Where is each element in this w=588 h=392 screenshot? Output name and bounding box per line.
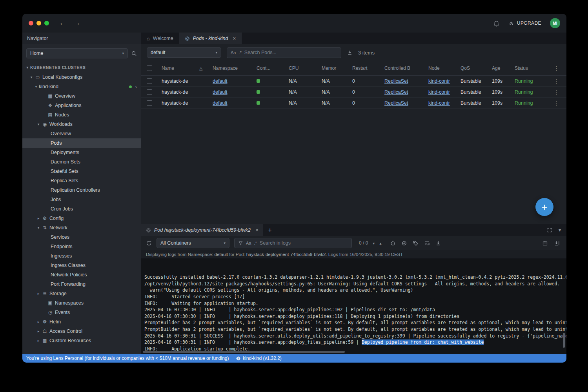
pods-search[interactable]: Aa .* [227, 47, 341, 58]
row-menu-icon[interactable]: ⋮ [553, 78, 560, 84]
sidebar-item-local-kubeconfigs[interactable]: ▾▭Local Kubeconfigs [22, 73, 141, 82]
sidebar-item-daemon-sets[interactable]: Daemon Sets [22, 157, 141, 167]
sidebar-item-network[interactable]: ▾⇅Network [22, 223, 141, 232]
column-status[interactable]: Status [515, 65, 549, 71]
sidebar-item-ingress-classes[interactable]: Ingress Classes [22, 261, 141, 270]
sidebar-item-nodes[interactable]: ▤Nodes [22, 110, 141, 120]
sidebar-item-ingresses[interactable]: Ingresses [22, 251, 141, 261]
sidebar-item-replication-controllers[interactable]: Replication Controllers [22, 185, 141, 195]
notifications-bell-icon[interactable] [493, 20, 500, 27]
pod-link[interactable]: haystack-deployment-74fbccfd59-bfwk2 [246, 252, 326, 257]
regex-toggle[interactable]: .* [254, 241, 257, 245]
column-age[interactable]: Age [492, 65, 515, 71]
chevron-down-icon[interactable]: ▾ [36, 122, 41, 126]
pods-search-input[interactable] [244, 50, 337, 55]
chevron-down-icon[interactable]: ▾ [29, 75, 34, 79]
table-row[interactable]: haystack-dedefaultN/AN/A0ReplicaSetkind-… [141, 87, 566, 98]
logs-search-input[interactable] [260, 240, 348, 246]
sidebar-item-network-policies[interactable]: Network Policies [22, 270, 141, 279]
namespace-link[interactable]: default [213, 89, 228, 95]
tag-icon[interactable] [413, 240, 419, 246]
column-warnings[interactable]: △ [199, 65, 213, 71]
sidebar-item-deployments[interactable]: Deployments [22, 148, 141, 157]
wrap-lines-icon[interactable] [424, 240, 430, 246]
sidebar-item-replica-sets[interactable]: Replica Sets [22, 176, 141, 185]
select-all-checkbox[interactable] [147, 65, 152, 71]
close-tab-icon[interactable]: × [233, 35, 236, 42]
node-link[interactable]: kind-contr [428, 89, 450, 95]
column-controlled-by[interactable]: Controlled B [384, 65, 428, 71]
sidebar-item-namespaces[interactable]: ▣Namespaces [22, 298, 141, 308]
sidebar-item-cron-jobs[interactable]: Cron Jobs [22, 204, 141, 214]
add-resource-button[interactable]: + [535, 198, 553, 216]
upgrade-button[interactable]: UPGRADE [508, 20, 541, 26]
controlled-by-link[interactable]: ReplicaSet [384, 78, 408, 84]
new-dock-tab-button[interactable]: + [263, 227, 277, 234]
jump-to-bottom-icon[interactable] [554, 240, 560, 246]
chevron-down-icon[interactable]: ▾ [25, 65, 30, 69]
maximize-panel-icon[interactable] [547, 227, 552, 233]
calendar-icon[interactable] [542, 240, 548, 246]
sidebar-item-endpoints[interactable]: Endpoints [22, 242, 141, 251]
sidebar-item-overview[interactable]: Overview [22, 129, 141, 138]
chevron-right-icon[interactable]: › [135, 84, 137, 90]
horizontal-scrollbar[interactable] [143, 351, 345, 353]
tab-pod-logs[interactable]: Pod haystack-deployment-74fbccfd59-bfwk2… [141, 224, 263, 236]
sidebar-item-jobs[interactable]: Jobs [22, 195, 141, 204]
collapse-panel-icon[interactable]: ▾ [559, 227, 561, 233]
next-match-icon[interactable]: ▾ [373, 241, 375, 245]
row-checkbox[interactable] [147, 78, 152, 84]
download-icon[interactable] [347, 50, 353, 56]
tab-pods-kind-kind[interactable]: Pods - kind-kind × [179, 33, 242, 44]
namespace-link[interactable]: default [213, 100, 228, 106]
sidebar-item-port-forwarding[interactable]: Port Forwarding [22, 279, 141, 289]
match-case-toggle[interactable]: Aa [246, 241, 251, 245]
download-logs-icon[interactable] [435, 240, 441, 246]
sidebar-item-services[interactable]: Services [22, 232, 141, 242]
controlled-by-link[interactable]: ReplicaSet [384, 89, 408, 95]
sidebar-item-events[interactable]: ◷Events [22, 308, 141, 317]
back-button[interactable]: ← [59, 19, 66, 27]
forward-button[interactable]: → [74, 19, 80, 27]
window-minimize-button[interactable] [36, 21, 41, 25]
previous-match-icon[interactable]: ▴ [379, 241, 381, 245]
column-qos[interactable]: QoS [461, 65, 492, 71]
controlled-by-link[interactable]: ReplicaSet [384, 100, 408, 106]
window-close-button[interactable] [29, 21, 33, 25]
log-output[interactable]: Successfully installed babel-2.17.0 cour… [141, 259, 566, 354]
sidebar-item-config[interactable]: ▸⚙Config [22, 214, 141, 223]
sidebar-item-workloads[interactable]: ▾◉Workloads [22, 120, 141, 129]
chevron-down-icon[interactable]: ▾ [33, 85, 39, 89]
sidebar-item-access-control[interactable]: ▸☖Access Control [22, 327, 141, 336]
row-checkbox[interactable] [147, 100, 152, 106]
row-checkbox[interactable] [147, 89, 152, 95]
containers-select[interactable]: All Containers ▾ [157, 238, 229, 248]
catalog-select[interactable]: Home ▾ [26, 48, 128, 58]
sidebar-item-storage[interactable]: ▸≣Storage [22, 289, 141, 298]
chevron-right-icon[interactable]: ▸ [36, 216, 41, 220]
column-cpu[interactable]: CPU [289, 65, 322, 71]
column-namespace[interactable]: Namespace [213, 65, 257, 71]
sidebar-item-custom-resources[interactable]: ▸▩Custom Resources [22, 336, 141, 345]
sidebar-item-pods[interactable]: Pods [22, 138, 141, 148]
namespace-link[interactable]: default [213, 78, 228, 84]
node-link[interactable]: kind-contr [428, 78, 450, 84]
regex-toggle[interactable]: .* [238, 50, 241, 55]
sidebar-item-kind-kind[interactable]: ▾kind-kind› [22, 82, 141, 91]
chevron-right-icon[interactable]: ▸ [36, 320, 41, 324]
tab-welcome[interactable]: ⌂ Welcome [141, 33, 179, 44]
sidebar-search-icon[interactable] [131, 51, 137, 56]
column-containers[interactable]: Cont... [257, 65, 289, 71]
timestamps-icon[interactable] [390, 240, 396, 246]
table-row[interactable]: haystack-dedefaultN/AN/A0ReplicaSetkind-… [141, 98, 566, 109]
avatar[interactable]: MI [550, 18, 560, 28]
sidebar-item-kubernetes-clusters[interactable]: ▾KUBERNETES CLUSTERS [22, 62, 141, 73]
reload-logs-icon[interactable] [146, 240, 152, 246]
row-menu-icon[interactable]: ⋮ [553, 89, 560, 95]
sidebar-item-applications[interactable]: ❖Applications [22, 101, 141, 110]
sidebar-item-helm[interactable]: ▸☸Helm [22, 317, 141, 327]
sidebar-item-overview[interactable]: ▦Overview [22, 91, 141, 101]
table-menu-icon[interactable]: ⋮ [553, 65, 560, 71]
cluster-status[interactable]: ☸ kind-kind (v1.32.2) [236, 356, 282, 361]
row-menu-icon[interactable]: ⋮ [553, 100, 560, 106]
